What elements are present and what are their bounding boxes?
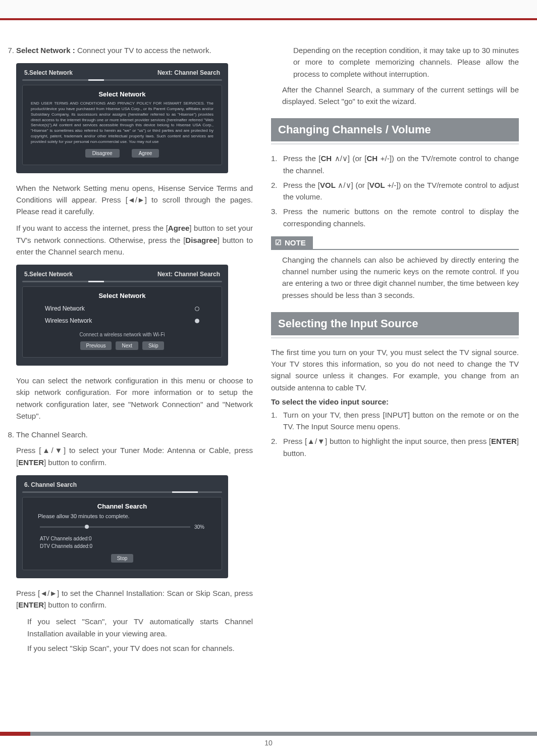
wireless-network-label: Wireless Network bbox=[45, 317, 92, 324]
progress-track bbox=[40, 526, 190, 528]
wireless-network-option[interactable]: Wireless Network bbox=[43, 315, 201, 327]
section-selecting-input: Selecting the Input Source bbox=[271, 312, 519, 335]
sec2-li2: Press [▲/▼] button to highlight the inpu… bbox=[283, 435, 519, 459]
page-header-rule bbox=[0, 0, 537, 20]
step-7-lead-rest: Connect your TV to access the network. bbox=[77, 46, 211, 55]
scr3-heading: Channel Search bbox=[38, 502, 206, 510]
ol-num: 1. bbox=[271, 409, 280, 433]
radio-icon bbox=[195, 307, 199, 311]
section-rule-1 bbox=[271, 143, 519, 144]
scr3-msg: Please allow 30 minutes to complete. bbox=[38, 513, 206, 519]
right-top-p1: Depending on the reception condition, it… bbox=[293, 44, 519, 80]
page-footer: 10 bbox=[0, 729, 537, 756]
footer-rule-grey bbox=[30, 732, 537, 736]
scr3-step-left: 6. Channel Search bbox=[24, 481, 77, 488]
section-changing-channels: Changing Channels / Volume bbox=[271, 118, 519, 141]
scr1-terms-text: END USER TERMS AND CONDITIONS AND PRIVAC… bbox=[31, 101, 213, 144]
ol-num: 2. bbox=[271, 435, 280, 459]
ol-num: 2. bbox=[271, 179, 280, 203]
step-8-p2: Press [◄/►] to set the Channel Installat… bbox=[16, 587, 253, 611]
scr1-tabline bbox=[22, 79, 222, 81]
skip-button[interactable]: Skip bbox=[142, 341, 164, 350]
note-tag: ☑ NOTE bbox=[271, 236, 313, 249]
sec1-li1: Press the [CH ∧/∨] (or [CH +/-]) on the … bbox=[283, 153, 519, 176]
right-top-p2: After the Channel Search, a summary of t… bbox=[282, 84, 519, 108]
page-number: 10 bbox=[264, 739, 273, 747]
screenshot-select-network-terms: 5.Select Network Next: Channel Search Se… bbox=[16, 63, 228, 173]
step-7: 7. Select Network : Connect your TV to a… bbox=[5, 44, 253, 56]
step-7-p1: When the Network Setting menu opens, His… bbox=[16, 182, 253, 218]
footer-rule-accent bbox=[0, 732, 30, 736]
wired-network-option[interactable]: Wired Network bbox=[43, 303, 201, 315]
scr2-tabline bbox=[22, 281, 222, 282]
step-8: 8. The Channel Search. bbox=[5, 429, 253, 440]
step-7-p2: If you want to access the internet, pres… bbox=[16, 222, 253, 258]
footer-rule bbox=[0, 732, 537, 736]
ol-num: 3. bbox=[271, 206, 280, 229]
progress-bar: 30% bbox=[40, 524, 204, 530]
scr3-panel: Channel Search Please allow 30 minutes t… bbox=[22, 497, 222, 570]
scr2-panel: Select Network Wired Network Wireless Ne… bbox=[22, 286, 222, 358]
scr1-heading: Select Network bbox=[31, 90, 213, 98]
scr3-tabline bbox=[22, 491, 222, 493]
wired-network-label: Wired Network bbox=[45, 305, 85, 312]
step-7-lead: Select Network : bbox=[16, 46, 77, 55]
sec2-li1: Turn on your TV, then press [INPUT] butt… bbox=[283, 409, 519, 433]
sec2-subheading: To select the video input source: bbox=[271, 397, 519, 406]
note-underline bbox=[271, 249, 519, 250]
atv-channels: ATV Channels added:0 bbox=[38, 535, 206, 542]
screenshot-channel-search: 6. Channel Search Channel Search Please … bbox=[16, 475, 228, 578]
disagree-button[interactable]: Disagree bbox=[85, 149, 120, 158]
sec1-item-2: 2. Press the [VOL ∧/∨] (or [VOL +/-]) on… bbox=[271, 179, 519, 203]
note-block: ☑ NOTE Changing the channels can also be… bbox=[271, 232, 519, 301]
sec1-li3: Press the numeric buttons on the remote … bbox=[283, 206, 519, 229]
scr1-panel: Select Network END USER TERMS AND CONDIT… bbox=[22, 85, 222, 165]
section-rule-2 bbox=[271, 337, 519, 338]
right-column: Depending on the reception condition, it… bbox=[271, 44, 519, 719]
step-8-p1: Press [▲/▼] to select your Tuner Mode: A… bbox=[16, 444, 253, 468]
step-7-p3: You can select the network configuration… bbox=[16, 375, 253, 422]
step-8-p4: If you select "Skip Scan", your TV does … bbox=[27, 642, 253, 654]
step-number-8: 8. bbox=[5, 429, 14, 440]
sec2-item-1: 1. Turn on your TV, then press [INPUT] b… bbox=[271, 409, 519, 433]
scr2-heading: Select Network bbox=[43, 292, 201, 299]
screenshot-select-network-options: 5.Select Network Next: Channel Search Se… bbox=[16, 265, 228, 366]
scr1-step-right: Next: Channel Search bbox=[157, 69, 220, 76]
scr1-step-left: 5.Select Network bbox=[24, 69, 73, 76]
sec2-item-2: 2. Press [▲/▼] button to highlight the i… bbox=[271, 435, 519, 459]
progress-percent: 30% bbox=[194, 524, 204, 530]
checkbox-pencil-icon: ☑ bbox=[275, 238, 282, 246]
step-7-intro: Select Network : Connect your TV to acce… bbox=[16, 44, 211, 56]
step-8-title: The Channel Search. bbox=[16, 429, 88, 440]
sec1-item-3: 3. Press the numeric buttons on the remo… bbox=[271, 206, 519, 229]
step-8-p3: If you select "Scan", your TV automatica… bbox=[27, 616, 253, 639]
step-number: 7. bbox=[5, 44, 14, 56]
note-label: NOTE bbox=[285, 238, 306, 247]
note-text: Changing the channels can also be achiev… bbox=[282, 254, 519, 301]
next-button[interactable]: Next bbox=[116, 341, 138, 350]
previous-button[interactable]: Previous bbox=[80, 341, 112, 350]
left-column: 7. Select Network : Connect your TV to a… bbox=[5, 44, 253, 719]
dtv-channels: DTV Channels added:0 bbox=[38, 542, 206, 550]
scr2-step-left: 5.Select Network bbox=[24, 271, 73, 278]
scr2-step-right: Next: Channel Search bbox=[157, 271, 220, 278]
stop-button[interactable]: Stop bbox=[111, 554, 134, 563]
sec2-p1: The first time you turn on your TV, you … bbox=[271, 346, 519, 393]
scr2-hint: Connect a wireless network with Wi-Fi bbox=[43, 332, 201, 337]
progress-handle-icon bbox=[85, 525, 89, 529]
page-content: 7. Select Network : Connect your TV to a… bbox=[0, 20, 537, 729]
sec1-item-1: 1. Press the [CH ∧/∨] (or [CH +/-]) on t… bbox=[271, 153, 519, 176]
agree-button[interactable]: Agree bbox=[132, 149, 159, 158]
radio-selected-icon bbox=[195, 319, 199, 323]
sec1-li2: Press the [VOL ∧/∨] (or [VOL +/-]) on th… bbox=[283, 179, 519, 203]
ol-num: 1. bbox=[271, 153, 280, 176]
